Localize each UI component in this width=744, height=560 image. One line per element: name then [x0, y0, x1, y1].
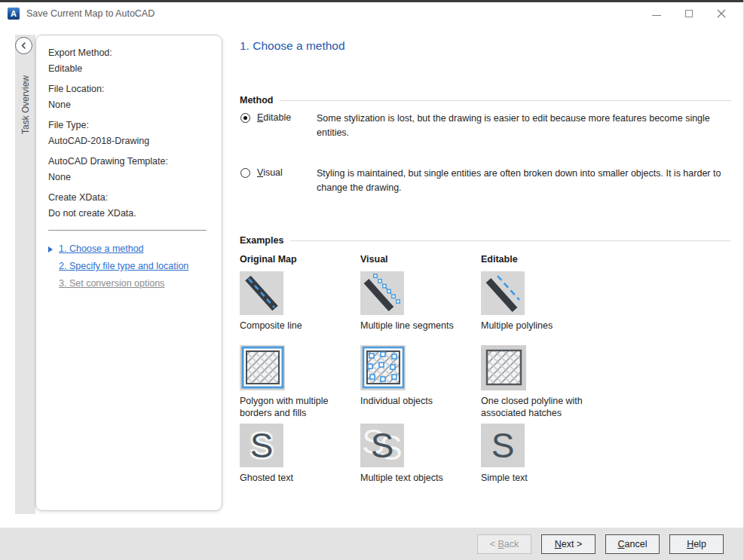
example-cell: S Ghosted text	[240, 424, 360, 484]
example-label: Individual objects	[360, 395, 473, 407]
method-section-header: Method	[240, 95, 731, 106]
column-header-original-map: Original Map	[240, 254, 297, 265]
close-button[interactable]	[716, 8, 727, 19]
field-label: AutoCAD Drawing Template:	[48, 154, 211, 170]
polygon-borders-fills-icon	[240, 345, 285, 390]
save-map-to-autocad-dialog: A Save Current Map to AutoCAD Task Overv…	[0, 0, 744, 560]
editable-radio[interactable]	[240, 113, 250, 123]
window-title: Save Current Map to AutoCAD	[26, 8, 155, 19]
example-label: Simple text	[481, 472, 594, 484]
field-label: Export Method:	[48, 45, 211, 61]
editable-description: Some stylization is lost, but the drawin…	[317, 112, 733, 140]
individual-objects-icon	[360, 345, 406, 390]
composite-line-icon	[240, 271, 283, 315]
examples-section-title: Examples	[240, 235, 283, 246]
example-label: Multiple text objects	[360, 472, 473, 484]
editable-radio-label[interactable]: Editable	[257, 112, 291, 123]
task-overview-tab[interactable]: Task Overview	[15, 63, 35, 146]
titlebar: A Save Current Map to AutoCAD	[0, 2, 743, 25]
divider	[48, 230, 207, 231]
autocad-logo-icon: A	[8, 8, 20, 20]
example-cell: S Simple text	[481, 424, 731, 484]
closed-polyline-hatches-icon	[481, 345, 526, 390]
step-link-file-type-location[interactable]: 2. Specify file type and location	[59, 258, 188, 275]
export-method-summary: Export Method: Editable	[48, 45, 211, 77]
example-label: Multiple line segments	[360, 320, 473, 332]
chevron-left-icon	[20, 42, 27, 49]
multiple-line-segments-icon	[360, 271, 404, 315]
field-value: Do not create XData.	[48, 206, 211, 222]
active-step-arrow-icon	[48, 246, 53, 252]
editable-radio-option[interactable]: Editable	[240, 112, 291, 123]
field-value: None	[48, 97, 211, 113]
field-label: Create XData:	[48, 190, 211, 206]
next-button[interactable]: Next >	[541, 534, 596, 554]
example-label: One closed polyline with associated hatc…	[481, 395, 594, 419]
multiple-polylines-icon	[481, 271, 525, 315]
maximize-icon	[685, 10, 693, 17]
visual-description: Styling is maintained, but single entiti…	[317, 167, 733, 195]
field-value: None	[48, 170, 211, 185]
step-link-choose-method[interactable]: 1. Choose a method	[59, 240, 144, 258]
example-label: Composite line	[240, 320, 353, 332]
examples-grid: Composite line	[240, 271, 731, 484]
step-row-1: 1. Choose a method	[48, 240, 211, 258]
example-cell: Individual objects	[360, 345, 481, 424]
visual-radio-label[interactable]: Visual	[257, 167, 283, 178]
file-type-summary: File Type: AutoCAD-2018-Drawing	[48, 118, 211, 149]
task-overview-panel: Export Method: Editable File Location: N…	[35, 35, 222, 511]
example-cell: Multiple line segments	[360, 271, 481, 345]
method-section-title: Method	[240, 95, 273, 106]
column-header-visual: Visual	[360, 254, 388, 265]
dialog-footer: < Back Next > Cancel Help	[0, 528, 743, 560]
wizard-steps: 1. Choose a method 2. Specify file type …	[48, 240, 211, 292]
visual-radio-option[interactable]: Visual	[240, 167, 283, 178]
step-link-conversion-options[interactable]: 3. Set conversion options	[59, 275, 164, 292]
example-label: Multiple polylines	[481, 320, 594, 332]
field-value: Editable	[48, 61, 211, 77]
example-cell: Polygon with multiple borders and fills	[240, 345, 360, 424]
example-cell: Multiple polylines	[481, 271, 731, 345]
create-xdata-summary: Create XData: Do not create XData.	[48, 190, 211, 222]
step-row-3: 3. Set conversion options	[48, 275, 211, 292]
field-label: File Location:	[48, 81, 211, 97]
example-label: Polygon with multiple borders and fills	[240, 395, 353, 419]
back-button: < Back	[477, 534, 531, 554]
page-title: 1. Choose a method	[240, 39, 345, 53]
example-cell: Composite line	[240, 271, 360, 345]
column-header-editable: Editable	[481, 254, 518, 265]
field-label: File Type:	[48, 118, 211, 133]
minimize-icon	[652, 15, 661, 16]
cancel-button[interactable]: Cancel	[605, 534, 660, 554]
visual-radio[interactable]	[240, 168, 250, 178]
section-rule	[280, 100, 731, 101]
close-icon	[717, 9, 726, 18]
ghosted-text-icon: S	[240, 424, 283, 467]
maximize-button[interactable]	[684, 8, 694, 19]
help-button[interactable]: Help	[669, 534, 724, 554]
file-location-summary: File Location: None	[48, 81, 211, 113]
drawing-template-summary: AutoCAD Drawing Template: None	[48, 154, 211, 185]
wizard-page-choose-method: 1. Choose a method Method Editable Some …	[240, 35, 731, 528]
examples-section-header: Examples	[240, 235, 731, 246]
minimize-button[interactable]	[651, 8, 662, 19]
field-value: AutoCAD-2018-Drawing	[48, 133, 211, 149]
collapse-panel-button[interactable]	[15, 37, 32, 54]
step-row-2: 2. Specify file type and location	[48, 258, 211, 275]
simple-text-icon: S	[481, 424, 525, 467]
example-cell: One closed polyline with associated hatc…	[481, 345, 731, 424]
window-controls	[651, 8, 727, 19]
example-label: Ghosted text	[240, 472, 353, 484]
example-cell: S S S Multiple text objects	[360, 424, 481, 484]
multiple-text-objects-icon: S S S	[360, 424, 404, 467]
section-rule	[290, 240, 731, 241]
